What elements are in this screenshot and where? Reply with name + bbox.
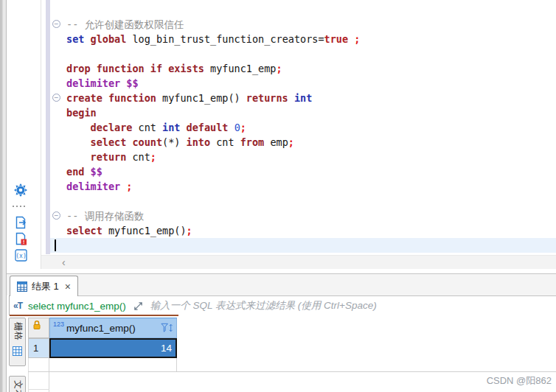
gear-icon [14,183,27,197]
code-line[interactable]: delimiter $$ [50,76,556,91]
side-tab-grid-label: 栅格 [11,322,24,341]
fold-collapse-icon[interactable]: − [52,20,60,28]
filter-input-placeholder[interactable]: 输入一个 SQL 表达式来过滤结果 (使用 Ctrl+Space) [150,299,377,312]
result-filter-bar[interactable]: «T select myfunc1_emp() 输入一个 SQL 表达式来过滤结… [9,295,556,315]
code-line[interactable]: delimiter ; [50,179,556,194]
column-header-myfunc1_emp[interactable]: 123 myfunc1_emp() [49,318,177,338]
code-line[interactable]: return cnt; [50,150,556,164]
close-tab-icon[interactable]: × [65,281,71,292]
code-line[interactable]: −-- 允许创建函数权限信任 [50,17,556,32]
scroll-left-arrow-icon[interactable]: ‹ [62,256,66,269]
tab-results-1[interactable]: 结果 1 × [10,276,78,296]
lock-icon [32,320,41,330]
code-line[interactable] [50,194,556,209]
fold-collapse-icon[interactable]: − [52,211,60,220]
code-line[interactable]: −-- 调用存储函数 [50,209,556,223]
grid-corner-cell[interactable] [28,318,49,338]
code-line[interactable]: set global log_bin_trust_function_creato… [50,32,556,46]
filter-expression-icon: «T [13,301,22,311]
grid-line [176,358,177,371]
tab-label: 结果 1 [32,280,59,293]
results-panel: 结果 1 × «T select myfunc1_emp() 输入一个 SQL … [7,273,556,392]
file-error-icon: ! [15,232,27,245]
column-name: myfunc1_emp() [66,323,136,334]
result-grid-icon [17,281,27,292]
code-line[interactable] [50,238,556,253]
svg-text:!: ! [23,239,24,245]
variables-button[interactable]: (x) [13,248,28,262]
executed-query-text[interactable]: select myfunc1_emp() [28,301,126,312]
code-line[interactable] [50,46,556,61]
results-tab-bar: 结果 1 × [7,274,556,295]
export-script-button[interactable] [13,215,28,230]
code-line[interactable]: select count(*) into cnt from emp; [50,135,556,150]
code-line[interactable]: end $$ [50,164,556,179]
window-edge-strip [0,0,7,392]
fold-collapse-icon[interactable]: − [52,94,60,102]
toolbar-separator-dots [13,206,25,207]
result-cell-selected[interactable]: 14 [49,338,177,358]
settings-gear-icon[interactable] [13,183,28,197]
file-export-icon [15,216,27,229]
side-tab-text[interactable]: 文本 [9,376,26,392]
grid-line [49,358,49,392]
side-tab-grid[interactable]: 栅格 [9,318,26,366]
code-line[interactable]: drop function if exists myfunc1_emp; [50,61,556,76]
svg-text:(x): (x) [15,253,26,259]
numeric-type-badge: 123 [53,321,64,328]
grid-line [28,358,29,392]
result-grid-region: 栅格 文本 123 myfunc1_emp() [7,316,556,392]
editor-left-toolbar: ! (x) [7,0,41,269]
expand-filter-icon[interactable] [133,301,143,311]
grid-line [28,371,556,372]
row-header-1[interactable]: 1 [28,338,49,358]
watermark-text: CSDN @阳862 [487,374,552,388]
code-line[interactable]: −create function myfunc1_emp() returns i… [50,91,556,105]
editor-horizontal-scrollbar[interactable]: ‹ [41,255,556,269]
code-line[interactable]: select myfunc1_emp(); [50,223,556,238]
sql-editor[interactable]: −-- 允许创建函数权限信任set global log_bin_trust_f… [41,0,556,255]
code-line[interactable]: declare cnt int default 0; [50,120,556,135]
code-line[interactable]: begin [50,105,556,120]
code-area[interactable]: −-- 允许创建函数权限信任set global log_bin_trust_f… [50,17,556,253]
text-caret [55,239,56,251]
file-problem-button[interactable]: ! [13,231,28,246]
query-underline [10,315,178,316]
grid-view-icon [13,346,22,359]
column-filter-sort-icon[interactable] [161,323,173,333]
grid-line [28,389,49,390]
brackets-x-icon: (x) [15,249,27,262]
side-tab-text-label: 文本 [11,380,24,392]
